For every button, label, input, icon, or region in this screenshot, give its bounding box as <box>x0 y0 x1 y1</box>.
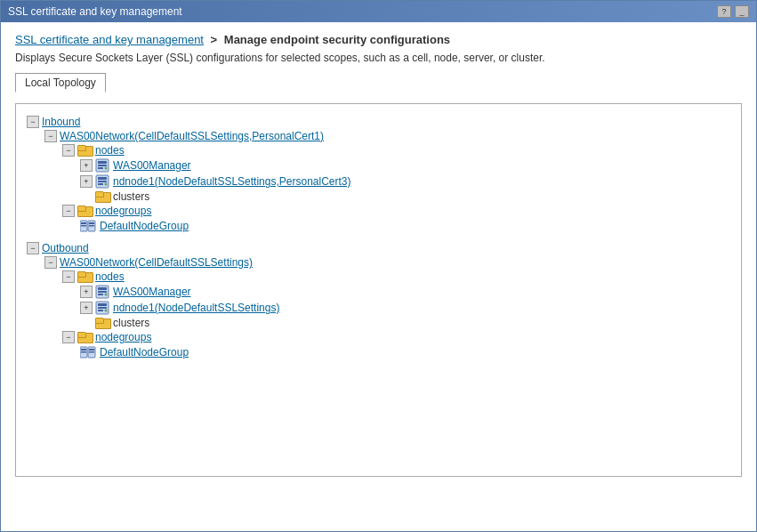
inbound-nodegroups-folder-icon <box>77 206 92 217</box>
svg-point-4 <box>105 167 108 170</box>
inbound-clusters-folder-icon <box>95 191 109 203</box>
content-area: SSL certificate and key management > Man… <box>1 22 756 531</box>
breadcrumb-current: Manage endpoint security configurations <box>224 33 450 46</box>
title-bar: SSL certificate and key management ? _ <box>1 1 756 22</box>
main-window: SSL certificate and key management ? _ S… <box>0 0 757 532</box>
svg-rect-12 <box>81 225 86 227</box>
outbound-link[interactable]: Outbound <box>42 242 89 254</box>
inbound-ndnode1-link[interactable]: ndnode1(NodeDefaultSSLSettings,PersonalC… <box>113 175 351 188</box>
inbound-link[interactable]: Inbound <box>42 116 80 128</box>
outbound-ndnode1-row: + ndnode1(NodeDefaultSSLSettings) <box>80 300 730 316</box>
minimize-button[interactable]: _ <box>735 5 749 18</box>
outbound-nodegroups-link[interactable]: nodegroups <box>95 331 151 343</box>
outbound-was00manager-server-icon <box>95 285 109 299</box>
svg-rect-2 <box>98 165 107 166</box>
outbound-nodegroups-folder-icon <box>77 332 92 343</box>
svg-rect-24 <box>98 310 103 311</box>
svg-rect-1 <box>98 161 107 164</box>
outbound-network-collapse-icon[interactable]: − <box>44 256 57 269</box>
inbound-defaultnodegroup-link[interactable]: DefaultNodeGroup <box>100 220 189 232</box>
inbound-nodes-row: − nodes <box>62 143 730 157</box>
outbound-clusters-label: clusters <box>113 317 149 329</box>
inbound-was00manager-row: + WAS00Manager <box>80 157 730 173</box>
svg-rect-28 <box>81 351 86 353</box>
inbound-clusters-spacer <box>80 190 93 203</box>
outbound-defaultnodegroup-icon <box>80 345 96 359</box>
inbound-nodes-folder-icon <box>77 145 92 157</box>
outbound-collapse-icon[interactable]: − <box>27 242 39 254</box>
inbound-clusters-row: clusters <box>80 189 730 204</box>
svg-rect-15 <box>89 225 94 227</box>
svg-rect-11 <box>81 222 86 224</box>
outbound-nodegroups-row: − nodegroups <box>62 330 730 344</box>
inbound-was00manager-expand-icon[interactable]: + <box>80 159 93 172</box>
inbound-nodegroups-collapse-icon[interactable]: − <box>62 205 75 217</box>
svg-rect-14 <box>89 222 94 224</box>
inbound-network-collapse-icon[interactable]: − <box>44 130 57 142</box>
inbound-nodegroups-row: − nodegroups <box>62 204 730 218</box>
topology-panel: − Inbound − WAS00Network(CellDefaultSSLS… <box>15 103 742 477</box>
outbound-network-link[interactable]: WAS00Network(CellDefaultSSLSettings) <box>60 256 253 269</box>
svg-rect-6 <box>98 177 107 180</box>
inbound-ndnode1-expand-icon[interactable]: + <box>80 175 93 188</box>
inbound-row: − Inbound <box>27 115 730 129</box>
breadcrumb: SSL certificate and key management > Man… <box>15 33 742 46</box>
svg-rect-8 <box>98 183 103 185</box>
window-title: SSL certificate and key management <box>8 5 182 18</box>
help-button[interactable]: ? <box>717 5 731 18</box>
outbound-ndnode1-link[interactable]: ndnode1(NodeDefaultSSLSettings) <box>113 302 279 314</box>
outbound-nodes-row: − nodes <box>62 270 730 284</box>
inbound-was00manager-link[interactable]: WAS00Manager <box>113 159 191 172</box>
outbound-clusters-row: clusters <box>80 316 730 330</box>
svg-point-20 <box>105 294 108 296</box>
svg-rect-31 <box>89 351 94 353</box>
outbound-nodegroups-collapse-icon[interactable]: − <box>62 331 75 343</box>
tab-bar: Local Topology <box>15 73 742 93</box>
svg-rect-30 <box>89 349 94 351</box>
inbound-nodes-link[interactable]: nodes <box>95 144 125 157</box>
inbound-ndnode1-server-icon <box>95 174 109 189</box>
inbound-clusters-label: clusters <box>113 190 149 203</box>
inbound-ndnode1-row: + ndnode1(NodeDefaultSSLSettings,Persona… <box>80 173 730 189</box>
svg-rect-7 <box>98 181 107 182</box>
outbound-was00manager-expand-icon[interactable]: + <box>80 286 93 298</box>
page-description: Displays Secure Sockets Layer (SSL) conf… <box>15 52 742 64</box>
svg-rect-27 <box>81 349 86 351</box>
svg-point-25 <box>105 310 108 312</box>
tab-local-topology[interactable]: Local Topology <box>15 73 106 93</box>
svg-rect-22 <box>98 303 107 306</box>
svg-rect-17 <box>98 287 107 290</box>
breadcrumb-separator: > <box>211 33 218 46</box>
outbound-nodes-collapse-icon[interactable]: − <box>62 270 75 283</box>
outbound-nodes-folder-icon <box>77 271 92 283</box>
title-bar-controls: ? _ <box>717 5 749 18</box>
inbound-nodes-collapse-icon[interactable]: − <box>62 144 75 157</box>
inbound-defaultnodegroup-icon <box>80 219 96 233</box>
outbound-was00manager-link[interactable]: WAS00Manager <box>113 286 191 298</box>
outbound-clusters-folder-icon <box>95 318 109 329</box>
outbound-network-row: − WAS00Network(CellDefaultSSLSettings) <box>44 255 730 270</box>
inbound-collapse-icon[interactable]: − <box>27 116 39 128</box>
inbound-defaultnodegroup-row: DefaultNodeGroup <box>80 218 730 234</box>
inbound-network-link[interactable]: WAS00Network(CellDefaultSSLSettings,Pers… <box>60 130 324 142</box>
svg-rect-23 <box>98 307 107 309</box>
svg-rect-18 <box>98 291 107 293</box>
svg-rect-19 <box>98 294 103 295</box>
outbound-nodes-link[interactable]: nodes <box>95 270 125 283</box>
outbound-ndnode1-expand-icon[interactable]: + <box>80 302 93 314</box>
inbound-nodegroups-link[interactable]: nodegroups <box>95 205 151 217</box>
outbound-row: − Outbound <box>27 241 730 255</box>
inbound-network-row: − WAS00Network(CellDefaultSSLSettings,Pe… <box>44 129 730 143</box>
svg-rect-3 <box>98 167 103 169</box>
outbound-was00manager-row: + WAS00Manager <box>80 284 730 300</box>
outbound-defaultnodegroup-row: DefaultNodeGroup <box>80 344 730 360</box>
svg-point-9 <box>105 183 108 186</box>
outbound-clusters-spacer <box>80 317 93 329</box>
breadcrumb-link[interactable]: SSL certificate and key management <box>15 33 204 46</box>
outbound-defaultnodegroup-link[interactable]: DefaultNodeGroup <box>100 346 189 359</box>
outbound-ndnode1-server-icon <box>95 301 109 315</box>
inbound-was00manager-server-icon <box>95 158 109 173</box>
